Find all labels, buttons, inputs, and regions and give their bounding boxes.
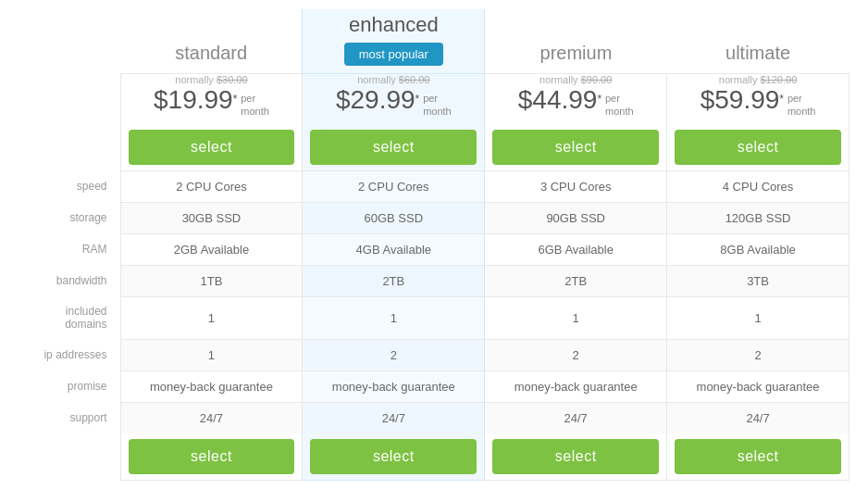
label-storage: storage — [19, 202, 120, 233]
plan-title-premium: premium — [490, 43, 661, 69]
bandwidth-standard: 1TB — [120, 265, 303, 296]
price-ultimate: $59.99 — [701, 85, 780, 114]
plan-header-enhanced: enhanced most popular — [303, 9, 485, 74]
bandwidth-premium: 2TB — [485, 265, 667, 296]
label-speed: speed — [19, 170, 120, 202]
price-standard: $19.99 — [154, 85, 233, 114]
price-cell-enhanced: normally $60.00 $29.99* permonth — [303, 74, 485, 124]
select-cell-ultimate-top: select — [667, 124, 849, 171]
bottom-select-row: select select select select — [19, 433, 849, 481]
support-premium: 24/7 — [485, 402, 667, 433]
price-row: normally $30.00 $19.99* permonth normall… — [19, 74, 849, 124]
speed-ultimate: 4 CPU Cores — [667, 170, 849, 202]
feature-row-ram: RAM 2GB Available 4GB Available 6GB Avai… — [19, 233, 849, 265]
per-month-standard: permonth — [241, 92, 269, 119]
ram-premium: 6GB Available — [485, 233, 667, 265]
asterisk-ultimate: * — [779, 93, 784, 106]
ip-standard: 1 — [120, 339, 303, 370]
price-enhanced: $29.99 — [336, 85, 415, 114]
original-price-enhanced: $60.00 — [399, 74, 430, 85]
normally-premium: normally $90.00 — [489, 74, 663, 85]
per-month-ultimate: permonth — [787, 92, 816, 119]
select-cell-standard-top: select — [120, 124, 303, 171]
storage-enhanced: 60GB SSD — [303, 202, 485, 233]
storage-standard: 30GB SSD — [120, 202, 303, 233]
select-button-premium-top[interactable]: select — [492, 130, 659, 165]
select-cell-premium-bottom: select — [485, 433, 667, 481]
storage-ultimate: 120GB SSD — [667, 202, 849, 233]
select-button-enhanced-bottom[interactable]: select — [310, 439, 477, 474]
select-cell-ultimate-bottom: select — [667, 433, 849, 481]
select-cell-enhanced-top: select — [303, 124, 485, 171]
plan-header-ultimate: ultimate — [667, 9, 849, 74]
label-domains: included domains — [19, 296, 120, 339]
promise-enhanced: money-back guarantee — [303, 370, 485, 402]
select-button-ultimate-top[interactable]: select — [675, 130, 841, 165]
price-cell-standard: normally $30.00 $19.99* permonth — [120, 74, 303, 124]
select-button-ultimate-bottom[interactable]: select — [675, 439, 841, 474]
select-button-standard-top[interactable]: select — [129, 130, 295, 165]
price-cell-premium: normally $90.00 $44.99* permonth — [485, 74, 667, 124]
plan-title-standard: standard — [126, 43, 296, 69]
original-price-premium: $90.00 — [581, 74, 613, 85]
select-cell-standard-bottom: select — [120, 433, 303, 481]
ip-enhanced: 2 — [303, 339, 485, 370]
promise-premium: money-back guarantee — [485, 370, 667, 402]
select-cell-premium-top: select — [485, 124, 667, 171]
select-cell-enhanced-bottom: select — [303, 433, 485, 481]
normally-standard: normally $30.00 — [125, 74, 299, 85]
ram-standard: 2GB Available — [120, 233, 303, 265]
domains-standard: 1 — [120, 296, 303, 339]
per-month-enhanced: permonth — [423, 92, 452, 119]
label-cell-select-bottom — [19, 433, 120, 481]
label-support: support — [19, 402, 120, 433]
select-button-premium-bottom[interactable]: select — [492, 439, 659, 474]
asterisk-enhanced: * — [415, 93, 420, 106]
bandwidth-ultimate: 3TB — [667, 265, 849, 296]
normally-enhanced: normally $60.00 — [306, 74, 480, 85]
select-button-standard-bottom[interactable]: select — [129, 439, 295, 474]
plan-header-row: standard enhanced most popular premium u… — [19, 9, 849, 74]
ip-premium: 2 — [485, 339, 667, 370]
feature-row-ip: ip addresses 1 2 2 2 — [19, 339, 849, 370]
label-cell-select-top — [19, 124, 120, 171]
label-ram: RAM — [19, 233, 120, 265]
support-standard: 24/7 — [120, 402, 303, 433]
domains-enhanced: 1 — [303, 296, 485, 339]
feature-row-storage: storage 30GB SSD 60GB SSD 90GB SSD 120GB… — [19, 202, 849, 233]
pricing-page: standard enhanced most popular premium u… — [0, 0, 868, 502]
plan-header-standard: standard — [120, 9, 303, 74]
plan-header-premium: premium — [485, 9, 667, 74]
price-premium: $44.99 — [518, 85, 598, 114]
speed-enhanced: 2 CPU Cores — [303, 170, 485, 202]
asterisk-premium: * — [597, 93, 601, 106]
ram-enhanced: 4GB Available — [303, 233, 485, 265]
promise-ultimate: money-back guarantee — [667, 370, 849, 402]
domains-ultimate: 1 — [667, 296, 849, 339]
support-ultimate: 24/7 — [667, 402, 849, 433]
label-ip: ip addresses — [19, 339, 120, 370]
top-select-row: select select select select — [19, 124, 849, 171]
storage-premium: 90GB SSD — [485, 202, 667, 233]
feature-row-promise: promise money-back guarantee money-back … — [19, 370, 849, 402]
plan-title-enhanced: enhanced — [308, 13, 478, 43]
label-cell-header — [19, 9, 120, 74]
support-enhanced: 24/7 — [303, 402, 485, 433]
bandwidth-enhanced: 2TB — [303, 265, 485, 296]
label-promise: promise — [19, 370, 120, 402]
promise-standard: money-back guarantee — [120, 370, 303, 402]
per-month-premium: permonth — [605, 92, 634, 119]
speed-premium: 3 CPU Cores — [485, 170, 667, 202]
original-price-standard: $30.00 — [217, 74, 248, 85]
asterisk-standard: * — [233, 93, 238, 106]
pricing-table: standard enhanced most popular premium u… — [19, 9, 849, 481]
price-cell-ultimate: normally $120.00 $59.99* permonth — [667, 74, 849, 124]
normally-ultimate: normally $120.00 — [671, 74, 845, 85]
ip-ultimate: 2 — [667, 339, 849, 370]
plan-title-ultimate: ultimate — [673, 43, 844, 69]
feature-row-domains: included domains 1 1 1 1 — [19, 296, 849, 339]
label-cell-price — [19, 74, 120, 124]
select-button-enhanced-top[interactable]: select — [310, 130, 477, 165]
most-popular-badge: most popular — [344, 43, 443, 66]
domains-premium: 1 — [485, 296, 667, 339]
